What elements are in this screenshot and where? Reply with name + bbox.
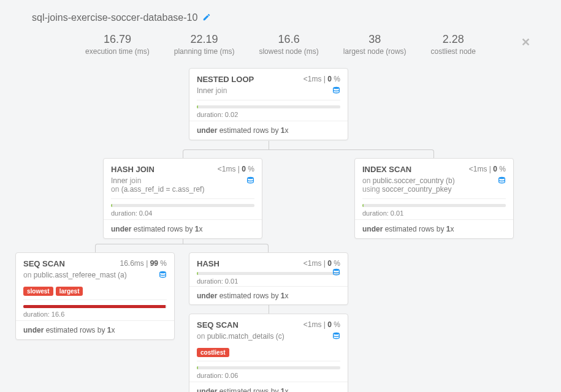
- node-index-scan[interactable]: INDEX SCAN <1ms | 0 % on public.soccer_c…: [354, 158, 514, 239]
- connector-line: [95, 244, 269, 252]
- node-subtitle: on public.match_details (c): [189, 332, 348, 345]
- node-metrics: <1ms | 0 %: [303, 320, 340, 330]
- connector-line: [269, 305, 269, 314]
- node-subtitle: Inner join: [189, 86, 348, 100]
- duration-bar: duration: 16.6: [16, 300, 174, 320]
- node-subtitle: duration: 0.01: [189, 272, 348, 286]
- page-header: sql-joins-exercise-soccer-database-10: [0, 0, 561, 28]
- database-icon: [246, 176, 254, 186]
- duration-bar: duration: 0.04: [104, 199, 262, 219]
- node-seq-scan-1[interactable]: SEQ SCAN 16.6ms | 99 % on public.asst_re…: [15, 252, 175, 340]
- connector-line: [183, 149, 434, 158]
- tag-largest: largest: [56, 287, 83, 296]
- database-icon: [159, 271, 167, 280]
- node-title: NESTED LOOP: [197, 75, 254, 84]
- close-icon[interactable]: ✕: [521, 36, 530, 49]
- node-metrics: <1ms | 0 %: [303, 75, 340, 84]
- stat-slowest-node: 16.6 slowest node (ms): [259, 33, 318, 56]
- stat-largest-node: 38 largest node (rows): [343, 33, 406, 56]
- svg-point-1: [248, 177, 254, 179]
- node-seq-scan-2[interactable]: SEQ SCAN <1ms | 0 % on public.match_deta…: [189, 314, 348, 392]
- svg-point-0: [334, 87, 340, 89]
- database-icon: [498, 176, 506, 186]
- svg-point-3: [160, 271, 166, 274]
- node-footer: under estimated rows by 1x: [189, 382, 348, 392]
- database-icon: [332, 86, 340, 96]
- svg-point-2: [499, 177, 505, 179]
- duration-bar: duration: 0.02: [189, 100, 348, 121]
- node-hash[interactable]: HASH <1ms | 0 % duration: 0.01 under est…: [189, 252, 348, 305]
- database-icon: [332, 268, 340, 277]
- duration-bar: duration: 0.06: [189, 361, 348, 382]
- stat-planning-time: 22.19 planning time (ms): [174, 33, 235, 56]
- node-metrics: <1ms | 0 %: [218, 165, 254, 174]
- node-metrics: 16.6ms | 99 %: [120, 259, 167, 268]
- node-subtitle: Inner join on (a.ass_ref_id = c.ass_ref): [104, 176, 262, 198]
- stats-row: 16.79 execution time (ms) 22.19 planning…: [0, 28, 561, 68]
- stat-costliest-node: 2.28 costliest node: [431, 33, 476, 56]
- node-hash-join[interactable]: HASH JOIN <1ms | 0 % Inner join on (a.as…: [103, 158, 262, 239]
- svg-point-4: [334, 269, 340, 271]
- plan-canvas: NESTED LOOP <1ms | 0 % Inner join durati…: [0, 68, 561, 392]
- node-title: HASH: [197, 259, 219, 268]
- database-icon: [332, 332, 340, 341]
- duration-bar: duration: 0.01: [355, 199, 513, 219]
- node-footer: under estimated rows by 1x: [189, 286, 348, 305]
- node-footer: under estimated rows by 1x: [355, 219, 513, 238]
- stat-execution-time: 16.79 execution time (ms): [85, 33, 150, 56]
- node-title: INDEX SCAN: [362, 165, 411, 174]
- node-title: SEQ SCAN: [23, 259, 65, 268]
- edit-icon[interactable]: [202, 13, 211, 23]
- node-title: HASH JOIN: [111, 165, 155, 174]
- tag-slowest: slowest: [23, 287, 53, 296]
- node-metrics: <1ms | 0 %: [303, 259, 340, 268]
- connector-line: [269, 141, 269, 149]
- node-nested-loop[interactable]: NESTED LOOP <1ms | 0 % Inner join durati…: [189, 68, 348, 140]
- tag-costliest: costliest: [197, 348, 229, 357]
- node-title: SEQ SCAN: [197, 320, 239, 330]
- node-footer: under estimated rows by 1x: [189, 121, 348, 140]
- svg-point-5: [334, 333, 340, 335]
- node-subtitle: on public.asst_referee_mast (a): [16, 271, 174, 284]
- node-metrics: <1ms | 0 %: [469, 165, 506, 174]
- node-footer: under estimated rows by 1x: [104, 219, 262, 238]
- node-subtitle: on public.soccer_country (b) using socce…: [355, 176, 513, 198]
- node-footer: under estimated rows by 1x: [16, 320, 174, 339]
- page-title: sql-joins-exercise-soccer-database-10: [32, 12, 197, 23]
